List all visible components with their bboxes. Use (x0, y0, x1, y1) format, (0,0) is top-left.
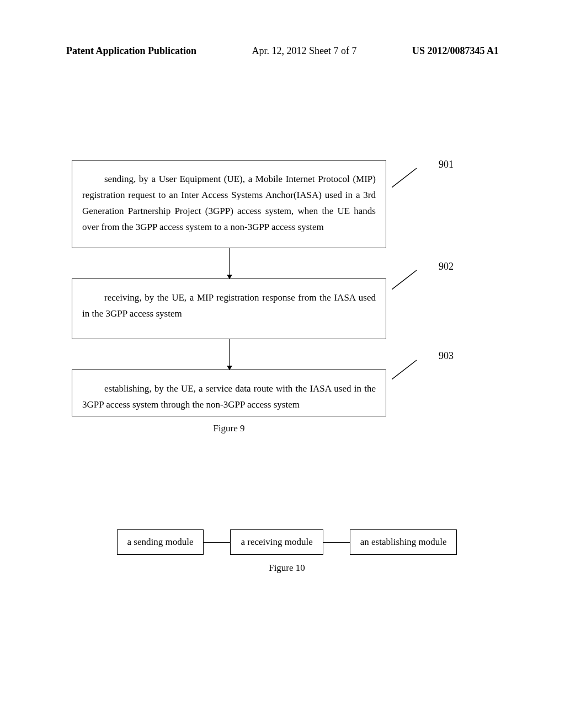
flowchart-step-903: establishing, by the UE, a service data … (72, 370, 386, 416)
header-date-sheet: Apr. 12, 2012 Sheet 7 of 7 (252, 45, 357, 57)
ref-line-901 (392, 165, 430, 193)
ref-number-901: 901 (439, 159, 454, 170)
ref-number-903: 903 (439, 350, 454, 362)
connector-1-2 (204, 542, 230, 543)
header-patent-number: US 2012/0087345 A1 (412, 45, 499, 57)
receiving-module-box: a receiving module (230, 529, 323, 555)
step-903-text: establishing, by the UE, a service data … (82, 381, 376, 413)
connector-2-3 (323, 542, 350, 543)
step-901-text: sending, by a User Equipment (UE), a Mob… (82, 172, 376, 235)
header-publication: Patent Application Publication (66, 45, 196, 57)
flowchart-step-902: receiving, by the UE, a MIP registration… (72, 279, 386, 339)
figure-9-caption: Figure 9 (72, 423, 386, 434)
svg-line-2 (392, 360, 417, 379)
ref-number-902: 902 (439, 261, 454, 272)
svg-line-1 (392, 270, 417, 290)
flowchart-step-901: sending, by a User Equipment (UE), a Mob… (72, 160, 386, 248)
figure-9-diagram: sending, by a User Equipment (UE), a Mob… (72, 160, 497, 434)
figure-10-diagram: a sending module a receiving module an e… (77, 529, 497, 574)
arrow-901-to-902 (72, 248, 386, 279)
figure-10-caption: Figure 10 (77, 563, 497, 574)
establishing-module-box: an establishing module (350, 529, 457, 555)
sending-module-box: a sending module (117, 529, 204, 555)
step-902-text: receiving, by the UE, a MIP registration… (82, 290, 376, 322)
page-header: Patent Application Publication Apr. 12, … (66, 45, 499, 57)
ref-line-902 (392, 267, 430, 295)
modules-row: a sending module a receiving module an e… (77, 529, 497, 555)
ref-line-903 (392, 357, 430, 385)
svg-line-0 (392, 168, 417, 188)
arrow-902-to-903 (72, 339, 386, 370)
